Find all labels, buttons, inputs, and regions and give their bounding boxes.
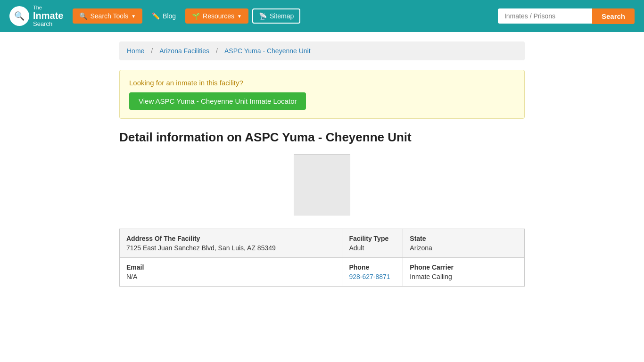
facility-info-table: Address Of The Facility 7125 East Juan S… — [119, 229, 525, 287]
search-button[interactable]: Search — [592, 8, 635, 24]
blog-button[interactable]: ✏️ Blog — [146, 8, 182, 24]
email-value: N/A — [126, 273, 137, 280]
address-cell: Address Of The Facility 7125 East Juan S… — [120, 229, 342, 258]
facility-type-cell: Facility Type Adult — [342, 229, 403, 258]
page-title: Detail information on ASPC Yuma - Cheyen… — [119, 130, 525, 145]
breadcrumb-sep-1: / — [151, 47, 153, 55]
email-label: Email — [126, 263, 335, 271]
sitemap-icon: 📡 — [259, 12, 267, 20]
phone-cell: Phone 928-627-8871 — [342, 258, 403, 287]
breadcrumb-sep-2: / — [216, 47, 218, 55]
search-tools-icon: 🔍 — [79, 12, 87, 20]
chevron-down-icon-2: ▼ — [237, 14, 242, 19]
facility-type-label: Facility Type — [349, 235, 396, 242]
blog-icon: ✏️ — [152, 12, 160, 20]
site-header: 🔍 The Inmate Search 🔍 Search Tools ▼ ✏️ … — [0, 0, 644, 32]
main-content: Home / Arizona Facilities / ASPC Yuma - … — [110, 32, 534, 296]
info-box-text: Looking for an inmate in this facility? — [129, 79, 515, 87]
breadcrumb: Home / Arizona Facilities / ASPC Yuma - … — [119, 41, 525, 60]
main-nav: 🔍 Search Tools ▼ ✏️ Blog 🌱 Resources ▼ 📡… — [73, 8, 493, 24]
email-cell: Email N/A — [120, 258, 342, 287]
search-input[interactable] — [498, 8, 592, 24]
table-row-address: Address Of The Facility 7125 East Juan S… — [120, 229, 525, 258]
chevron-down-icon: ▼ — [131, 14, 136, 19]
header-search-area: Search — [498, 8, 635, 24]
state-value: Arizona — [410, 244, 432, 252]
facility-image — [294, 154, 350, 215]
state-label: State — [410, 235, 518, 242]
table-row-email: Email N/A Phone 928-627-8871 Phone Carri… — [120, 258, 525, 287]
phone-carrier-value: Inmate Calling — [410, 273, 452, 280]
breadcrumb-current: ASPC Yuma - Cheyenne Unit — [224, 47, 311, 55]
logo-text: The Inmate Search — [33, 5, 63, 27]
resources-button[interactable]: 🌱 Resources ▼ — [185, 8, 248, 24]
address-label: Address Of The Facility — [126, 235, 335, 242]
site-logo[interactable]: 🔍 The Inmate Search — [9, 5, 63, 27]
breadcrumb-arizona-facilities[interactable]: Arizona Facilities — [159, 47, 209, 55]
search-tools-button[interactable]: 🔍 Search Tools ▼ — [73, 8, 142, 24]
logo-icon: 🔍 — [9, 6, 29, 26]
address-value: 7125 East Juan Sanchez Blvd, San Luis, A… — [126, 244, 276, 252]
phone-value[interactable]: 928-627-8871 — [349, 273, 390, 280]
state-cell: State Arizona — [403, 229, 525, 258]
phone-carrier-cell: Phone Carrier Inmate Calling — [403, 258, 525, 287]
resources-icon: 🌱 — [192, 12, 200, 20]
breadcrumb-home[interactable]: Home — [127, 47, 144, 55]
sitemap-button[interactable]: 📡 Sitemap — [252, 8, 300, 24]
phone-carrier-label: Phone Carrier — [410, 263, 518, 271]
inmate-locator-box: Looking for an inmate in this facility? … — [119, 70, 525, 119]
facility-type-value: Adult — [349, 244, 364, 252]
view-inmate-locator-button[interactable]: View ASPC Yuma - Cheyenne Unit Inmate Lo… — [129, 92, 306, 110]
phone-label: Phone — [349, 263, 396, 271]
